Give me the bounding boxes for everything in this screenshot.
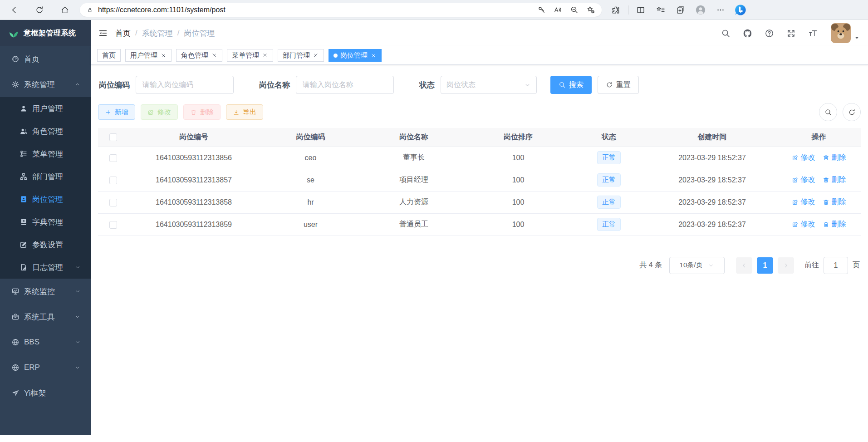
row-delete-button[interactable]: 删除 (823, 197, 846, 207)
help-button[interactable] (765, 29, 774, 38)
row-checkbox[interactable] (109, 154, 117, 162)
goto-page-input[interactable] (824, 257, 848, 274)
zoom-out-button[interactable] (567, 3, 581, 17)
dictionary-icon (20, 218, 28, 226)
refresh-table-button[interactable] (843, 103, 861, 121)
split-screen-button[interactable] (633, 2, 648, 18)
row-delete-button[interactable]: 删除 (823, 153, 846, 162)
sidebar-item-role-management[interactable]: 角色管理 (0, 120, 91, 142)
horizontal-scrollbar[interactable] (0, 435, 91, 442)
github-button[interactable] (743, 29, 752, 38)
sidebar-item-dept-management[interactable]: 部门管理 (0, 165, 91, 188)
favorite-add-button[interactable] (584, 3, 597, 17)
row-checkbox[interactable] (109, 221, 117, 229)
sidebar-item-bbs[interactable]: BBS (0, 329, 91, 355)
breadcrumb-system[interactable]: 系统管理 (142, 28, 173, 39)
extensions-button[interactable] (608, 2, 623, 18)
active-tab-dot (333, 54, 338, 58)
close-icon[interactable] (160, 52, 167, 59)
bing-copilot-button[interactable] (733, 2, 748, 18)
tab-role-management[interactable]: 角色管理 (176, 49, 222, 62)
toggle-search-button[interactable] (819, 103, 837, 121)
chevron-down-icon (74, 364, 81, 371)
sidebar-item-post-management[interactable]: 岗位管理 (0, 188, 91, 211)
browser-menu-button[interactable] (713, 2, 728, 18)
table-row: 1641030593112313856ceo董事长100正常2023-03-29… (98, 147, 861, 169)
close-icon[interactable] (313, 52, 319, 59)
user-menu[interactable] (831, 23, 860, 43)
tab-dept-management[interactable]: 部门管理 (278, 49, 324, 62)
sidebar-fold-button[interactable] (98, 28, 108, 38)
select-all-checkbox[interactable] (109, 133, 117, 141)
close-icon[interactable] (370, 52, 377, 59)
font-size-button[interactable] (808, 29, 818, 38)
reset-button[interactable]: 重置 (598, 76, 639, 94)
close-icon[interactable] (211, 52, 217, 59)
sidebar-item-home[interactable]: 首页 (0, 46, 91, 72)
header-search-button[interactable] (721, 29, 731, 38)
status-select[interactable]: 岗位状态 (441, 76, 537, 94)
sidebar-item-erp[interactable]: ERP (0, 355, 91, 380)
export-button[interactable]: 导出 (226, 104, 263, 120)
row-delete-button[interactable]: 删除 (823, 175, 846, 185)
chevron-up-icon (74, 81, 81, 88)
total-count: 共 4 条 (639, 260, 662, 270)
password-key-button[interactable] (535, 3, 548, 17)
breadcrumb-home[interactable]: 首页 (115, 28, 131, 39)
post-name-label: 岗位名称 (259, 80, 290, 90)
chevron-down-icon (74, 314, 81, 320)
browser-refresh-button[interactable] (32, 2, 47, 18)
row-checkbox[interactable] (109, 177, 117, 184)
search-button[interactable]: 搜索 (550, 76, 592, 94)
sidebar-item-system-monitor[interactable]: 系统监控 (0, 279, 91, 304)
next-page-button[interactable] (778, 257, 794, 274)
close-icon[interactable] (262, 52, 268, 59)
created-at-cell: 2023-03-29 18:52:37 (647, 213, 777, 236)
post-code-input[interactable] (136, 76, 234, 94)
prev-page-button[interactable] (736, 257, 752, 274)
sidebar-item-user-management[interactable]: 用户管理 (0, 97, 91, 120)
sidebar-item-yi-framework[interactable]: Yi框架 (0, 380, 91, 406)
edit-icon (792, 177, 799, 183)
row-edit-button[interactable]: 修改 (792, 175, 815, 185)
sidebar-item-dict-management[interactable]: 字典管理 (0, 211, 91, 233)
browser-home-button[interactable] (57, 2, 73, 18)
page-size-select[interactable]: 10条/页 (669, 257, 725, 274)
url-text: https://ccnetcore.com:1101/system/post (98, 6, 532, 14)
sidebar-item-param-settings[interactable]: 参数设置 (0, 233, 91, 256)
fullscreen-button[interactable] (786, 29, 796, 38)
created-at-cell: 2023-03-29 18:52:37 (647, 147, 777, 169)
sidebar-item-log-management[interactable]: 日志管理 (0, 256, 91, 279)
sidebar-item-menu-management[interactable]: 菜单管理 (0, 142, 91, 165)
row-checkbox[interactable] (109, 199, 117, 206)
add-button[interactable]: 新增 (98, 104, 135, 120)
delete-button[interactable]: 删除 (183, 104, 221, 120)
sidebar-item-system-tools[interactable]: 系统工具 (0, 304, 91, 329)
edit-square-icon (20, 241, 28, 249)
read-aloud-button[interactable] (551, 3, 564, 17)
row-edit-button[interactable]: 修改 (792, 220, 815, 229)
row-delete-button[interactable]: 删除 (823, 220, 846, 229)
favorites-bar-button[interactable] (653, 2, 668, 18)
collections-button[interactable] (673, 2, 688, 18)
address-bar[interactable]: https://ccnetcore.com:1101/system/post (80, 3, 602, 17)
column-header: 岗位名称 (362, 128, 466, 147)
browser-profile-button[interactable] (693, 2, 708, 18)
tab-user-management[interactable]: 用户管理 (125, 49, 172, 62)
tab-home[interactable]: 首页 (97, 49, 121, 62)
edit-button[interactable]: 修改 (141, 104, 178, 120)
browser-back-button[interactable] (6, 2, 22, 18)
tab-menu-management[interactable]: 菜单管理 (227, 49, 273, 62)
bing-icon (734, 4, 747, 16)
app-logo[interactable]: 意框架管理系统 (0, 20, 91, 46)
tab-post-management[interactable]: 岗位管理 (329, 49, 382, 62)
avatar-image (831, 23, 851, 43)
refresh-icon (35, 5, 44, 15)
post-name-input[interactable] (296, 76, 394, 94)
trash-icon (823, 177, 829, 183)
users-icon (20, 127, 28, 135)
row-edit-button[interactable]: 修改 (792, 153, 815, 162)
sidebar-item-system-management[interactable]: 系统管理 (0, 72, 91, 97)
row-edit-button[interactable]: 修改 (792, 197, 815, 207)
page-number-button[interactable]: 1 (757, 257, 773, 274)
